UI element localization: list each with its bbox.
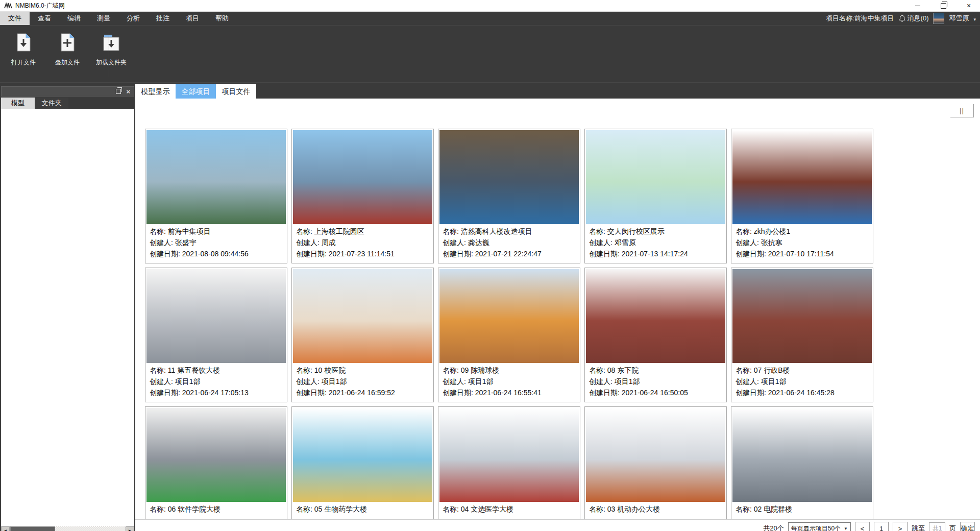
menu-bar: 文件查看编辑测量分析批注项目帮助 项目名称:前海中集项目 消息(0) 邓雪原 ▾: [0, 12, 980, 26]
project-thumbnail: [586, 269, 725, 363]
dock-float-icon[interactable]: [116, 89, 121, 94]
dock-close-icon[interactable]: ×: [126, 88, 130, 95]
project-created-date: 创建日期: 2021-06-24 16:55:41: [443, 387, 576, 398]
menu-item-批注[interactable]: 批注: [148, 12, 178, 25]
project-meta: 名称: 05 生物药学大楼: [293, 502, 432, 515]
project-created-date: 创建日期: 2021-06-24 17:05:13: [150, 387, 283, 398]
workspace: × 模型文件夹 ◄ ► 模型显示全部项目项目文件 || 名称: 前海中集项目创建…: [0, 83, 980, 531]
main-area: 模型显示全部项目项目文件 || 名称: 前海中集项目创建人: 张盛宇创建日期: …: [135, 83, 980, 531]
toolbar-button-叠加文件[interactable]: 叠加文件: [49, 31, 86, 67]
project-card[interactable]: 名称: 06 软件学院大楼: [145, 406, 287, 519]
scroll-left-button[interactable]: ◄: [1, 526, 10, 531]
project-card[interactable]: 名称: 04 文选医学大楼: [438, 406, 580, 519]
dock-tab-文件夹[interactable]: 文件夹: [35, 98, 68, 109]
user-avatar[interactable]: [933, 13, 944, 24]
project-card[interactable]: 名称: 09 陈瑞球楼创建人: 项目1部创建日期: 2021-06-24 16:…: [438, 268, 580, 402]
minimize-button[interactable]: [906, 0, 929, 11]
maximize-button[interactable]: [932, 0, 954, 11]
left-dock-panel: × 模型文件夹 ◄ ►: [0, 83, 135, 531]
project-thumbnail: [146, 130, 286, 224]
project-name: 名称: 02 电院群楼: [736, 503, 869, 515]
project-card[interactable]: 名称: 02 电院群楼: [731, 406, 873, 519]
page-size-select[interactable]: 每页显示项目50个 ▼: [788, 522, 851, 531]
project-created-date: 创建日期: 2021-06-24 16:50:05: [589, 387, 722, 398]
project-thumbnail: [293, 269, 432, 363]
messages-button[interactable]: 消息(0): [899, 14, 929, 23]
project-name: 名称: 06 软件学院大楼: [150, 503, 283, 515]
project-card[interactable]: 名称: 交大闵行校区展示创建人: 邓雪原创建日期: 2021-07-13 14:…: [584, 129, 727, 263]
restore-icon: [941, 3, 946, 9]
scrollbar-thumb[interactable]: [10, 526, 55, 531]
project-thumbnail: [439, 130, 579, 224]
project-thumbnail: [146, 269, 286, 363]
project-card[interactable]: 名称: 前海中集项目创建人: 张盛宇创建日期: 2021-08-08 09:44…: [145, 129, 287, 263]
project-card[interactable]: 名称: 07 行政B楼创建人: 项目1部创建日期: 2021-06-24 16:…: [731, 268, 873, 402]
menu-item-编辑[interactable]: 编辑: [59, 12, 89, 25]
bell-icon: [899, 15, 905, 22]
main-tabs: 模型显示全部项目项目文件: [135, 84, 980, 99]
project-card[interactable]: 名称: 浩然高科大楼改造项目创建人: 龚达巍创建日期: 2021-07-21 2…: [438, 129, 580, 263]
project-creator: 创建人: 项目1部: [589, 376, 722, 387]
confirm-button[interactable]: 确定: [960, 522, 975, 531]
project-created-date: 创建日期: 2021-07-21 22:24:47: [443, 248, 576, 259]
project-creator: 创建人: 项目1部: [296, 376, 429, 387]
dock-horizontal-scrollbar[interactable]: ◄ ►: [1, 526, 134, 531]
project-gallery: || 名称: 前海中集项目创建人: 张盛宇创建日期: 2021-08-08 09…: [135, 99, 980, 519]
user-name[interactable]: 邓雪原: [949, 14, 969, 23]
menu-item-文件[interactable]: 文件: [0, 12, 30, 25]
menu-item-帮助[interactable]: 帮助: [207, 12, 237, 25]
project-name: 名称: 08 东下院: [589, 365, 722, 376]
menubar-right-cluster: 项目名称:前海中集项目 消息(0) 邓雪原 ▾: [826, 13, 980, 24]
dock-tabs: 模型文件夹: [1, 98, 134, 109]
project-card[interactable]: 名称: 10 校医院创建人: 项目1部创建日期: 2021-06-24 16:5…: [291, 268, 434, 402]
project-meta: 名称: 10 校医院创建人: 项目1部创建日期: 2021-06-24 16:5…: [293, 363, 432, 398]
project-card[interactable]: 名称: zkh办公楼1创建人: 张抗寒创建日期: 2021-07-10 17:1…: [731, 129, 873, 263]
project-thumbnail: [586, 130, 725, 224]
next-page-button[interactable]: >: [893, 522, 908, 531]
project-creator: 创建人: 项目1部: [736, 376, 869, 387]
menu-item-测量[interactable]: 测量: [89, 12, 118, 25]
page-size-value: 每页显示项目50个: [791, 524, 841, 531]
project-meta: 名称: 04 文选医学大楼: [439, 502, 579, 515]
project-created-date: 创建日期: 2021-07-10 17:11:54: [736, 248, 869, 259]
dock-tab-模型[interactable]: 模型: [1, 98, 35, 109]
project-card[interactable]: 名称: 上海核工院园区创建人: 周成创建日期: 2021-07-23 11:14…: [291, 129, 434, 263]
project-card-grid: 名称: 前海中集项目创建人: 张盛宇创建日期: 2021-08-08 09:44…: [135, 99, 980, 519]
project-meta: 名称: 06 软件学院大楼: [146, 502, 286, 515]
scroll-right-button[interactable]: ►: [126, 526, 134, 531]
main-tab-项目文件[interactable]: 项目文件: [216, 84, 256, 99]
project-name: 名称: 09 陈瑞球楼: [443, 365, 576, 376]
app-logo-icon: [4, 2, 12, 9]
menu-item-查看[interactable]: 查看: [30, 12, 59, 25]
prev-page-button[interactable]: <: [855, 522, 870, 531]
project-created-date: 创建日期: 2021-07-23 11:14:51: [296, 248, 429, 259]
pagination-bar: 共20个 每页显示项目50个 ▼ < 1 > 跳至 页 确定: [135, 519, 980, 531]
toolbar-button-加载文件夹[interactable]: 加载文件夹: [93, 31, 130, 67]
panel-collapse-handle[interactable]: ||: [950, 104, 974, 117]
project-thumbnail: [439, 269, 579, 363]
close-button[interactable]: ×: [958, 0, 980, 11]
project-card[interactable]: 名称: 03 机动办公大楼: [584, 406, 727, 519]
file-download-icon: [15, 33, 32, 54]
minimize-icon: [915, 6, 920, 6]
project-card[interactable]: 名称: 11 第五餐饮大楼创建人: 项目1部创建日期: 2021-06-24 1…: [145, 268, 287, 402]
main-tab-全部项目[interactable]: 全部项目: [176, 84, 216, 99]
toolbar-button-label: 叠加文件: [55, 58, 80, 67]
project-card[interactable]: 名称: 05 生物药学大楼: [291, 406, 434, 519]
main-tab-模型显示[interactable]: 模型显示: [135, 84, 176, 99]
jump-page-input[interactable]: [929, 522, 945, 531]
project-creator: 创建人: 项目1部: [443, 376, 576, 387]
current-page-button[interactable]: 1: [874, 522, 889, 531]
user-menu-caret-icon[interactable]: ▾: [973, 17, 976, 22]
project-thumbnail: [439, 408, 579, 502]
project-thumbnail: [732, 269, 872, 363]
menu-item-项目[interactable]: 项目: [178, 12, 207, 25]
folder-download-icon: [102, 33, 120, 54]
project-thumbnail: [293, 130, 432, 224]
project-meta: 名称: 交大闵行校区展示创建人: 邓雪原创建日期: 2021-07-13 14:…: [586, 224, 725, 259]
project-meta: 名称: 浩然高科大楼改造项目创建人: 龚达巍创建日期: 2021-07-21 2…: [439, 224, 579, 259]
toolbar-button-打开文件[interactable]: 打开文件: [5, 31, 42, 67]
project-card[interactable]: 名称: 08 东下院创建人: 项目1部创建日期: 2021-06-24 16:5…: [584, 268, 727, 402]
menu-item-分析[interactable]: 分析: [118, 12, 148, 25]
messages-count: 消息(0): [908, 14, 929, 23]
